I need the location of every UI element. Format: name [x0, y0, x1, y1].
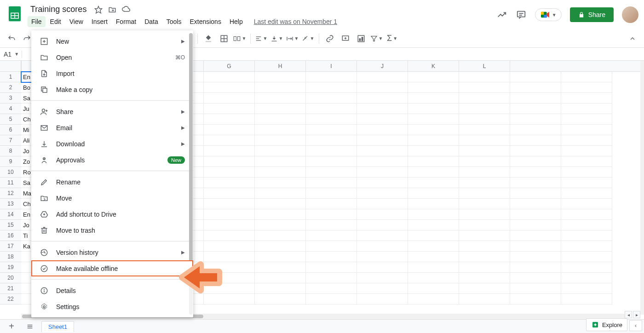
row-header[interactable]: 15: [0, 220, 21, 230]
cell[interactable]: [357, 72, 408, 82]
row-header[interactable]: 8: [0, 146, 21, 156]
cell[interactable]: [561, 188, 612, 199]
cell[interactable]: [408, 167, 459, 178]
menu-make-offline[interactable]: Make available offline: [31, 260, 193, 276]
cell[interactable]: [204, 146, 255, 156]
cell[interactable]: [510, 146, 561, 156]
cell[interactable]: [408, 262, 459, 273]
row-header[interactable]: 9: [0, 156, 21, 167]
cell[interactable]: [306, 241, 357, 252]
cell[interactable]: [255, 156, 306, 167]
cell[interactable]: [510, 103, 561, 114]
cell[interactable]: [408, 103, 459, 114]
cell[interactable]: [510, 241, 561, 252]
cell[interactable]: [561, 82, 612, 93]
cell[interactable]: [204, 241, 255, 252]
cell[interactable]: [357, 199, 408, 209]
cell[interactable]: [459, 188, 510, 199]
cell[interactable]: [408, 72, 459, 82]
cell[interactable]: [408, 283, 459, 294]
cell[interactable]: [306, 82, 357, 93]
row-headers[interactable]: 12345678910111213141516171819202122: [0, 72, 21, 304]
cell[interactable]: [357, 82, 408, 93]
menu-email[interactable]: Email ▶: [31, 120, 193, 136]
cell[interactable]: [561, 230, 612, 241]
cell[interactable]: [561, 273, 612, 283]
menu-add-shortcut[interactable]: Add shortcut to Drive: [31, 206, 193, 222]
cell[interactable]: [357, 209, 408, 220]
cell[interactable]: [204, 156, 255, 167]
cell[interactable]: [306, 262, 357, 273]
cell[interactable]: [306, 252, 357, 262]
cell[interactable]: [357, 146, 408, 156]
cell[interactable]: [204, 82, 255, 93]
cell[interactable]: [204, 230, 255, 241]
cell[interactable]: [204, 178, 255, 188]
activity-icon[interactable]: [496, 9, 507, 20]
cell[interactable]: [561, 72, 612, 82]
cell[interactable]: [408, 82, 459, 93]
valign-button[interactable]: ▼: [270, 32, 284, 46]
move-folder-icon[interactable]: [108, 5, 117, 14]
toolbar-collapse-button[interactable]: [626, 32, 639, 46]
cell[interactable]: [204, 273, 255, 283]
cell[interactable]: [204, 103, 255, 114]
cell[interactable]: [255, 230, 306, 241]
cell[interactable]: [510, 72, 561, 82]
cell[interactable]: [204, 252, 255, 262]
cell[interactable]: [306, 72, 357, 82]
cell[interactable]: [357, 188, 408, 199]
cell[interactable]: [306, 273, 357, 283]
menu-move-trash[interactable]: Move to trash: [31, 222, 193, 238]
cell[interactable]: [459, 294, 510, 304]
cell[interactable]: [357, 93, 408, 103]
cell[interactable]: [357, 103, 408, 114]
cell[interactable]: [561, 167, 612, 178]
menu-new[interactable]: New ▶: [31, 33, 193, 49]
cell[interactable]: [306, 209, 357, 220]
cell[interactable]: [204, 114, 255, 125]
menu-insert[interactable]: Insert: [88, 16, 111, 27]
comment-button[interactable]: [339, 32, 352, 46]
wrap-button[interactable]: ▼: [286, 32, 299, 46]
cell[interactable]: [510, 252, 561, 262]
cell[interactable]: [510, 220, 561, 230]
row-header[interactable]: 20: [0, 273, 21, 283]
menu-format[interactable]: Format: [112, 16, 140, 27]
cell[interactable]: [510, 156, 561, 167]
borders-button[interactable]: [217, 32, 231, 46]
cell[interactable]: [306, 167, 357, 178]
cloud-status-icon[interactable]: [121, 5, 131, 14]
cell[interactable]: [357, 220, 408, 230]
col-header[interactable]: I: [306, 61, 357, 71]
cell[interactable]: [561, 220, 612, 230]
cell[interactable]: [561, 93, 612, 103]
cell[interactable]: [255, 209, 306, 220]
menu-tools[interactable]: Tools: [163, 16, 185, 27]
cell[interactable]: [204, 72, 255, 82]
cell[interactable]: [255, 262, 306, 273]
add-sheet-button[interactable]: +: [5, 320, 18, 333]
cell[interactable]: [561, 294, 612, 304]
last-edit-link[interactable]: Last edit was on November 1: [254, 16, 337, 27]
cell[interactable]: [204, 262, 255, 273]
cell[interactable]: [510, 273, 561, 283]
cell[interactable]: [459, 199, 510, 209]
cell[interactable]: [204, 167, 255, 178]
cell[interactable]: [357, 241, 408, 252]
cell[interactable]: [459, 146, 510, 156]
cell[interactable]: [459, 93, 510, 103]
menu-rename[interactable]: Rename: [31, 174, 193, 190]
filter-button[interactable]: ▼: [370, 32, 384, 46]
cell[interactable]: [357, 273, 408, 283]
scroll-right[interactable]: ▸: [633, 311, 640, 318]
cell[interactable]: [255, 125, 306, 135]
row-header[interactable]: 2: [0, 82, 21, 93]
row-header[interactable]: 19: [0, 262, 21, 273]
cell[interactable]: [204, 220, 255, 230]
cell[interactable]: [459, 230, 510, 241]
cell[interactable]: [306, 199, 357, 209]
cell[interactable]: [561, 178, 612, 188]
row-header[interactable]: 16: [0, 230, 21, 241]
cell[interactable]: [204, 209, 255, 220]
